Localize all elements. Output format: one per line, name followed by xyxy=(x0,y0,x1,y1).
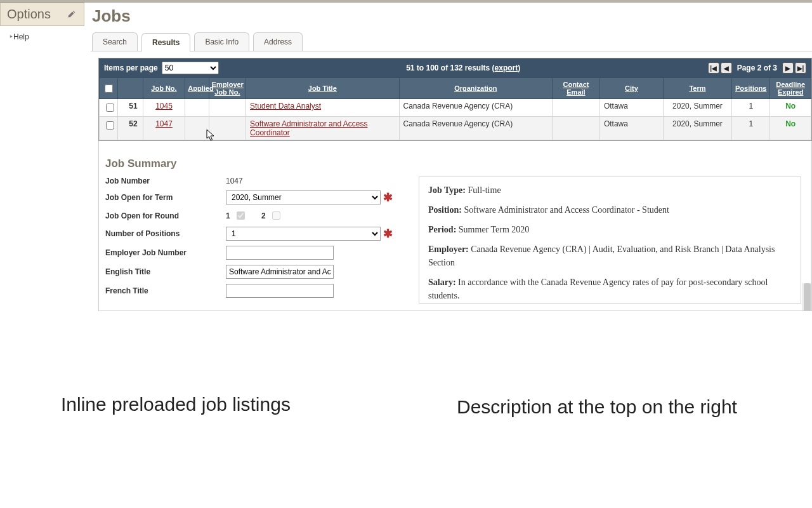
tabs: Search Results Basic Info Address xyxy=(91,32,812,51)
items-per-page-label: Items per page xyxy=(104,64,158,72)
page-first-button[interactable]: |◀ xyxy=(708,62,719,74)
deadline-cell: No xyxy=(774,119,807,128)
col-deadline[interactable]: Deadline Expired xyxy=(770,78,811,99)
city-cell: Ottawa xyxy=(599,99,663,117)
page-prev-button[interactable]: ◀ xyxy=(721,62,732,74)
col-title[interactable]: Job Title xyxy=(246,78,399,99)
lbl-jobnumber: Job Number xyxy=(105,177,226,185)
round1-checkbox[interactable] xyxy=(237,211,245,220)
row-rank: 52 xyxy=(118,117,143,140)
options-label: Options xyxy=(7,7,51,22)
col-city[interactable]: City xyxy=(599,78,663,99)
col-jobno[interactable]: Job No. xyxy=(143,78,185,99)
summary-form: Job Number 1047 Job Open for Term 2020, … xyxy=(105,177,403,304)
row-rank: 51 xyxy=(118,99,143,117)
tab-search[interactable]: Search xyxy=(92,32,138,51)
positions-select[interactable]: 1 xyxy=(226,227,381,241)
job-title-link[interactable]: Student Data Analyst xyxy=(250,102,321,110)
lbl-empjobno: Employer Job Number xyxy=(105,248,226,257)
col-empjob[interactable]: Employer Job No. xyxy=(209,78,246,99)
round2-checkbox[interactable] xyxy=(272,211,280,220)
positions-cell: 1 xyxy=(732,99,770,117)
col-rank xyxy=(118,78,143,99)
page-last-button[interactable]: ▶| xyxy=(795,62,806,74)
positions-cell: 1 xyxy=(732,117,770,140)
col-positions[interactable]: Positions xyxy=(732,78,770,99)
sidebar-item-help[interactable]: Help xyxy=(0,26,84,48)
required-icon: ✱ xyxy=(383,227,393,241)
description-box[interactable]: Job Type: Full-time Position: Software A… xyxy=(419,177,801,304)
results-table: Job No. Applied Employer Job No. Job Tit… xyxy=(99,77,811,140)
lbl-openterm: Job Open for Term xyxy=(105,193,226,202)
lbl-numpositions: Number of Positions xyxy=(105,229,226,238)
sidebar: Options Help xyxy=(0,3,84,311)
col-email[interactable]: Contact Email xyxy=(552,78,599,99)
col-term[interactable]: Term xyxy=(663,78,731,99)
row-checkbox[interactable] xyxy=(106,104,114,112)
deadline-cell: No xyxy=(774,102,807,110)
page-next-button[interactable]: ▶ xyxy=(782,62,794,74)
jobno-link[interactable]: 1045 xyxy=(155,102,173,110)
city-cell: Ottawa xyxy=(599,117,663,140)
page-title: Jobs xyxy=(92,6,812,26)
table-row[interactable]: 52 1047 Software Administrator and Acces… xyxy=(100,117,811,140)
tab-results[interactable]: Results xyxy=(141,33,190,51)
tab-basic-info[interactable]: Basic Info xyxy=(194,32,249,51)
col-org[interactable]: Organization xyxy=(399,78,552,99)
col-applied[interactable]: Applied xyxy=(185,78,209,99)
items-per-page-select[interactable]: 50 xyxy=(162,62,219,74)
table-toolbar: Items per page 50 51 to 100 of 132 resul… xyxy=(99,58,811,77)
help-label: Help xyxy=(13,32,29,41)
page-indicator: Page 2 of 3 xyxy=(737,64,777,72)
lbl-openround: Job Open for Round xyxy=(105,211,226,220)
row-checkbox[interactable] xyxy=(106,121,114,130)
org-cell: Canada Revenue Agency (CRA) xyxy=(399,117,552,140)
col-checkbox xyxy=(100,78,118,99)
tab-address[interactable]: Address xyxy=(253,32,303,51)
lbl-engtitle: English Title xyxy=(105,267,226,276)
export-link[interactable]: export xyxy=(495,64,518,72)
val-jobnumber: 1047 xyxy=(226,177,243,185)
table-row[interactable]: 51 1045 Student Data Analyst Canada Reve… xyxy=(100,99,811,117)
jobno-link[interactable]: 1047 xyxy=(155,119,173,128)
summary-heading: Job Summary xyxy=(105,157,801,170)
lbl-frtitle: French Title xyxy=(105,286,226,295)
select-all-checkbox[interactable] xyxy=(105,84,113,93)
term-cell: 2020, Summer xyxy=(663,117,731,140)
panel-scrollbar[interactable] xyxy=(802,283,811,311)
frtitle-input[interactable] xyxy=(226,284,334,298)
term-cell: 2020, Summer xyxy=(663,99,731,117)
org-cell: Canada Revenue Agency (CRA) xyxy=(399,99,552,117)
results-table-panel: Items per page 50 51 to 100 of 132 resul… xyxy=(98,58,812,141)
term-select[interactable]: 2020, Summer xyxy=(226,190,381,204)
job-summary-panel: Job Summary Job Number 1047 Job Open for… xyxy=(98,141,812,311)
results-count: 51 to 100 of 132 results (export) xyxy=(219,64,708,72)
empjobno-input[interactable] xyxy=(226,246,334,260)
edit-icon[interactable] xyxy=(67,10,77,20)
options-header[interactable]: Options xyxy=(0,3,84,26)
engtitle-input[interactable] xyxy=(226,265,334,279)
job-title-link[interactable]: Software Administrator and Access Coordi… xyxy=(250,119,367,137)
required-icon: ✱ xyxy=(383,190,393,204)
